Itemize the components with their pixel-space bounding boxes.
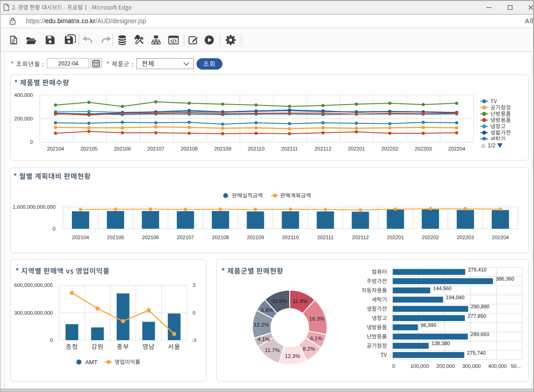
svg-text:300,000,000,000: 300,000,000,000 bbox=[14, 310, 53, 316]
svg-text:202111: 202111 bbox=[317, 235, 333, 240]
svg-text:194,040: 194,040 bbox=[446, 295, 464, 300]
svg-text:8.2%: 8.2% bbox=[303, 346, 315, 352]
svg-text:202112: 202112 bbox=[315, 146, 332, 151]
svg-text:2022-04: 2022-04 bbox=[58, 60, 78, 67]
svg-text:0: 0 bbox=[392, 363, 395, 369]
svg-text:400,000: 400,000 bbox=[488, 363, 507, 369]
svg-text:138,380: 138,380 bbox=[431, 341, 450, 346]
svg-text:202106: 202106 bbox=[114, 146, 131, 151]
svg-text:1/2: 1/2 bbox=[488, 142, 495, 149]
svg-text:0: 0 bbox=[53, 226, 55, 231]
svg-text:202110: 202110 bbox=[282, 235, 299, 240]
svg-text:5.8%: 5.8% bbox=[261, 307, 273, 313]
svg-text:50...: 50... bbox=[511, 363, 521, 369]
svg-text:202203: 202203 bbox=[457, 235, 474, 240]
svg-text:202105: 202105 bbox=[107, 235, 124, 240]
svg-text:11.6%: 11.6% bbox=[272, 298, 287, 304]
svg-text:12.2%: 12.2% bbox=[254, 322, 269, 328]
svg-text:0: 0 bbox=[30, 139, 33, 145]
svg-text:12.3%: 12.3% bbox=[285, 353, 300, 359]
svg-text:202104: 202104 bbox=[47, 146, 64, 151]
svg-text:300,000: 300,000 bbox=[462, 363, 481, 369]
svg-text:400,000: 400,000 bbox=[14, 92, 33, 98]
svg-text:6.1%: 6.1% bbox=[310, 335, 322, 342]
svg-text:279,410: 279,410 bbox=[468, 267, 487, 272]
svg-text:A: A bbox=[525, 17, 529, 25]
svg-text:AMT: AMT bbox=[85, 359, 98, 366]
svg-text:202107: 202107 bbox=[177, 235, 194, 240]
svg-text:3: 3 bbox=[193, 282, 196, 288]
svg-text:202107: 202107 bbox=[147, 146, 165, 151]
svg-text:96,990: 96,990 bbox=[421, 322, 437, 328]
svg-text:202108: 202108 bbox=[181, 146, 198, 151]
svg-text:200,000: 200,000 bbox=[436, 363, 455, 369]
svg-text:290,890: 290,890 bbox=[471, 304, 489, 309]
svg-text:202110: 202110 bbox=[248, 146, 265, 151]
svg-text:202106: 202106 bbox=[142, 235, 159, 240]
svg-text:202201: 202201 bbox=[387, 235, 404, 240]
svg-text:202204: 202204 bbox=[448, 146, 465, 151]
svg-text:-3: -3 bbox=[192, 337, 196, 343]
svg-text:202104: 202104 bbox=[72, 235, 89, 240]
svg-text:200,000: 200,000 bbox=[14, 116, 33, 121]
svg-text:100,000: 100,000 bbox=[410, 363, 429, 369]
svg-text:1,600,000,000,000: 1,600,000,000,000 bbox=[13, 204, 55, 210]
svg-text:202202: 202202 bbox=[381, 146, 398, 151]
svg-text:4.1%: 4.1% bbox=[257, 336, 270, 342]
svg-text:202109: 202109 bbox=[214, 146, 232, 151]
svg-text:386,360: 386,360 bbox=[496, 276, 514, 281]
svg-text:0: 0 bbox=[193, 310, 196, 316]
svg-text:11.8%: 11.8% bbox=[292, 298, 307, 304]
svg-text:289,650: 289,650 bbox=[471, 332, 489, 337]
svg-text:16.3%: 16.3% bbox=[309, 316, 325, 322]
svg-text:277,850: 277,850 bbox=[468, 313, 486, 319]
svg-text:202108: 202108 bbox=[212, 235, 229, 240]
svg-text:202112: 202112 bbox=[352, 235, 369, 240]
svg-text:202201: 202201 bbox=[348, 146, 365, 151]
svg-text:202109: 202109 bbox=[247, 235, 264, 240]
svg-text:202111: 202111 bbox=[281, 146, 297, 151]
svg-text:https://edu.bimatrix.co.kr/AUD: https://edu.bimatrix.co.kr/AUD/designer.… bbox=[26, 17, 146, 25]
svg-text:600,000,000,000: 600,000,000,000 bbox=[14, 282, 53, 288]
svg-text:202202: 202202 bbox=[422, 235, 439, 240]
svg-text:11.7%: 11.7% bbox=[265, 347, 280, 353]
svg-text:202204: 202204 bbox=[492, 235, 509, 240]
svg-text:144,560: 144,560 bbox=[433, 286, 452, 291]
svg-text:202203: 202203 bbox=[415, 146, 432, 151]
svg-text:275,740: 275,740 bbox=[467, 350, 486, 356]
svg-text:202105: 202105 bbox=[81, 146, 98, 151]
svg-text:0: 0 bbox=[50, 337, 53, 343]
